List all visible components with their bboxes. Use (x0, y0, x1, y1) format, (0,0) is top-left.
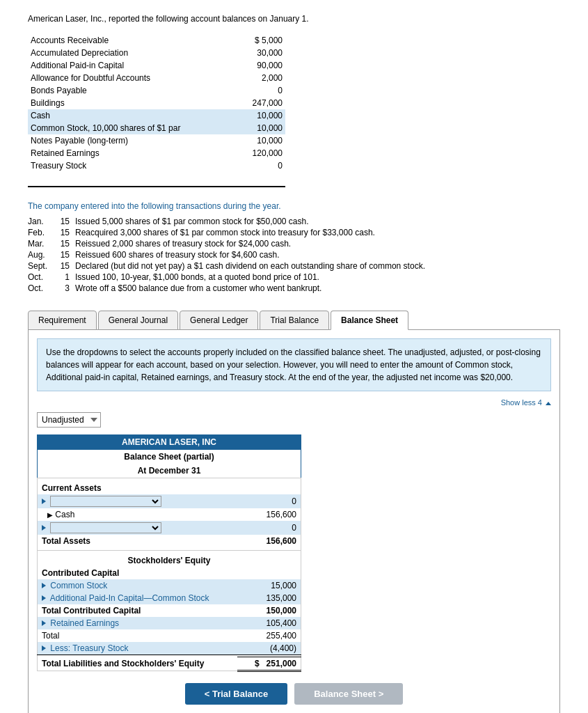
transaction-row: Jan. 15 Issued 5,000 shares of $1 par co… (28, 217, 560, 226)
additional-paid-label: Additional Paid-In Capital—Common Stock (50, 593, 209, 603)
info-box: Use the dropdowns to select the accounts… (37, 338, 551, 391)
account-row: Bonds Payable0 (28, 84, 285, 97)
balance-sheet-wrapper: AMERICAN LASER, INC Balance Sheet (parti… (37, 434, 301, 672)
common-stock-row: Common Stock 15,000 (38, 579, 301, 592)
account-row: Accounts Receivable$ 5,000 (28, 34, 285, 47)
treasury-label: Less: Treasury Stock (50, 643, 128, 653)
account-row: Allowance for Doubtful Accounts2,000 (28, 72, 285, 84)
common-stock-label: Common Stock (50, 581, 107, 590)
bs-title: Balance Sheet (partial) (37, 450, 301, 464)
account-row: Accumulated Depreciation30,000 (28, 47, 285, 59)
tabs-container: RequirementGeneral JournalGeneral Ledger… (28, 311, 560, 330)
intro-text: American Laser, Inc., reported the follo… (28, 14, 560, 24)
transactions-intro: The company entered into the following t… (28, 201, 560, 211)
account-dropdown-1[interactable] (50, 496, 161, 507)
cursor-icon: ▶ (47, 511, 53, 519)
dropdown-arrow-icon-3 (42, 525, 46, 531)
retained-earnings-row: Retained Earnings 105,400 (38, 617, 301, 629)
treasury-arrow-icon (42, 645, 46, 651)
transaction-row: Oct. 1 Issued 100, 10-year, $1,000 bonds… (28, 272, 560, 282)
retained-earnings-value: 105,400 (237, 617, 301, 629)
balance-type-dropdown[interactable]: UnadjustedAdjustedPost-closing (37, 412, 101, 428)
next-button[interactable]: Balance Sheet > (294, 683, 403, 705)
treasury-value: (4,400) (237, 642, 301, 655)
cash-value: 156,600 (237, 508, 301, 521)
dropdown-row: UnadjustedAdjustedPost-closing (37, 412, 551, 428)
transaction-row: Mar. 15 Reissued 2,000 shares of treasur… (28, 239, 560, 249)
cash-row: ▶ Cash 156,600 (38, 508, 301, 521)
total-liabilities-row: Total Liabilities and Stockholders' Equi… (38, 657, 301, 671)
nav-buttons: < Trial Balance Balance Sheet > (37, 683, 551, 705)
current-assets-label-row: Current Assets (38, 482, 301, 494)
tab-content: Use the dropdowns to select the accounts… (28, 329, 560, 713)
transaction-row: Feb. 15 Reacquired 3,000 shares of $1 pa… (28, 228, 560, 237)
bs-row-dropdown-3: 0 (38, 521, 301, 535)
total-row: Total 255,400 (38, 629, 301, 642)
equity-label: Stockholders' Equity (38, 554, 301, 567)
retained-earnings-arrow-icon (42, 620, 46, 626)
current-assets-label: Current Assets (38, 482, 238, 494)
bs-company-name: AMERICAN LASER, INC (37, 434, 301, 450)
tab-general-ledger[interactable]: General Ledger (180, 311, 258, 330)
contributed-label-row: Contributed Capital (38, 567, 301, 579)
account-row: Treasury Stock0 (28, 159, 285, 172)
bs-table: Current Assets 0 ▶ (37, 478, 301, 672)
transaction-row: Aug. 15 Reissued 600 shares of treasury … (28, 250, 560, 260)
tab-requirement[interactable]: Requirement (28, 311, 97, 330)
account-row: Buildings247,000 (28, 97, 285, 109)
tab-general-journal[interactable]: General Journal (98, 311, 178, 330)
account-row: Retained Earnings120,000 (28, 147, 285, 159)
contributed-label: Contributed Capital (38, 567, 238, 579)
additional-paid-row: Additional Paid-In Capital—Common Stock … (38, 592, 301, 604)
total-assets-row: Total Assets 156,600 (38, 535, 301, 547)
triangle-up-icon (546, 402, 551, 405)
dropdown-arrow-icon-1 (42, 499, 46, 504)
transaction-row: Sept. 15 Declared (but did not yet pay) … (28, 261, 560, 271)
account-row: Cash10,000 (28, 109, 285, 122)
equity-header-row: Stockholders' Equity (38, 554, 301, 567)
bs-row-dropdown-1: 0 (38, 494, 301, 508)
prev-button[interactable]: < Trial Balance (185, 683, 287, 705)
common-stock-arrow-icon (42, 583, 46, 588)
show-less-button[interactable]: Show less 4 (37, 398, 551, 407)
treasury-row: Less: Treasury Stock (4,400) (38, 642, 301, 655)
transactions-list: Jan. 15 Issued 5,000 shares of $1 par co… (28, 217, 560, 293)
bs-subtitle: At December 31 (37, 464, 301, 478)
common-stock-value: 15,000 (237, 579, 301, 592)
transaction-row: Oct. 3 Wrote off a $500 balance due from… (28, 283, 560, 293)
tab-trial-balance[interactable]: Trial Balance (260, 311, 329, 330)
account-row: Additional Paid-in Capital90,000 (28, 59, 285, 72)
accounts-table: Accounts Receivable$ 5,000Accumulated De… (28, 34, 285, 172)
additional-paid-value: 135,000 (237, 592, 301, 604)
tab-balance-sheet[interactable]: Balance Sheet (331, 311, 408, 330)
retained-earnings-label: Retained Earnings (50, 618, 119, 628)
cash-label: Cash (55, 510, 74, 519)
account-dropdown-3[interactable] (50, 522, 161, 533)
total-contributed-row: Total Contributed Capital 150,000 (38, 604, 301, 617)
account-row: Notes Payable (long-term)10,000 (28, 134, 285, 147)
account-row: Common Stock, 10,000 shares of $1 par10,… (28, 122, 285, 134)
additional-paid-arrow-icon (42, 595, 46, 601)
